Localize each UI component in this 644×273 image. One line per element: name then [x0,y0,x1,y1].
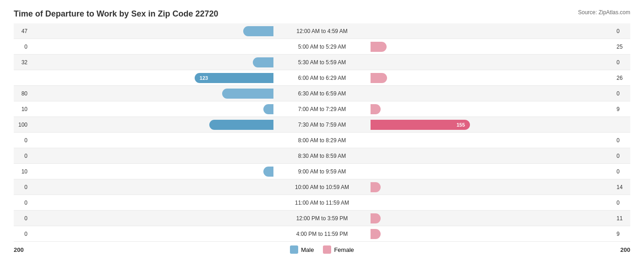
legend-female-box [323,245,331,254]
male-value-label: 0 [14,215,27,222]
female-bar-wrap [371,42,615,52]
time-label: 9:00 AM to 9:59 AM [276,168,368,175]
male-bar [222,89,273,99]
right-side: 25 [368,39,630,54]
female-bar [371,229,381,239]
male-value-label: 32 [14,59,27,66]
female-bar-wrap [371,73,615,83]
legend-male-box [290,245,298,254]
male-bar-wrap [29,104,273,114]
female-bar-wrap [371,26,615,36]
female-bar [371,104,381,114]
left-side: 0 [14,195,276,210]
right-side: 9 [368,226,630,241]
female-bar-wrap [371,182,615,192]
left-axis-label: 200 [14,246,24,253]
right-side: 0 [368,86,630,101]
female-value-label: 0 [617,153,630,159]
table-row: 10 7:00 AM to 7:29 AM 9 [14,101,630,117]
table-row: 0 5:00 AM to 5:29 AM 25 [14,39,630,55]
right-side: 155 [368,117,630,132]
right-side: 14 [368,179,630,195]
time-label: 7:30 AM to 7:59 AM [276,122,368,128]
left-side: 80 [14,86,276,101]
male-value-label: 10 [14,168,27,175]
time-label: 7:00 AM to 7:29 AM [276,106,368,112]
male-bar-wrap [29,229,273,239]
right-side: 0 [368,133,630,148]
female-bar [371,42,387,52]
female-value-label: 0 [617,28,630,34]
female-bar-wrap [371,229,615,239]
female-value-label: 0 [617,59,630,66]
bottom-area: 200 Male Female 200 [14,245,630,254]
male-bar-wrap [29,182,273,192]
female-value-label: 0 [617,168,630,175]
female-value-label: 9 [617,231,630,237]
male-bar-wrap [29,89,273,99]
male-bar-wrap [29,120,273,130]
right-axis-label: 200 [620,246,630,253]
chart-area: 47 12:00 AM to 4:59 AM 0 0 5:00 AM to 5:… [14,23,630,242]
left-side: 0 [14,179,276,195]
female-value-label: 9 [617,106,630,112]
time-label: 4:00 PM to 11:59 PM [276,231,368,237]
female-bar-wrap: 155 [371,120,615,130]
male-bar-wrap [29,151,273,161]
male-bar [263,167,273,177]
right-side: 26 [368,70,630,85]
female-bar [371,182,381,192]
table-row: 0 12:00 PM to 3:59 PM 11 [14,211,630,226]
male-value-label: 0 [14,137,27,144]
right-side: 11 [368,211,630,226]
left-side: 100 [14,117,276,132]
male-badge: 123 [197,75,210,81]
time-label: 11:00 AM to 11:59 AM [276,200,368,206]
time-label: 12:00 PM to 3:59 PM [276,215,368,222]
right-side: 0 [368,55,630,70]
male-value-label: 100 [14,122,27,128]
right-side: 0 [368,195,630,210]
table-row: 0 10:00 AM to 10:59 AM 14 [14,179,630,195]
time-label: 12:00 AM to 4:59 AM [276,28,368,34]
female-bar [371,213,381,223]
female-badge: 155 [454,122,467,128]
legend-male-label: Male [301,246,314,253]
female-bar-wrap [371,167,615,177]
legend-male: Male [290,245,314,254]
female-value-label: 26 [617,75,630,81]
male-bar [243,26,273,36]
chart-title: Time of Departure to Work by Sex in Zip … [14,9,630,19]
table-row: 0 8:00 AM to 8:29 AM 0 [14,133,630,148]
male-bar-wrap [29,167,273,177]
female-value-label: 11 [617,215,630,222]
left-side: 0 [14,226,276,241]
table-row: 100 7:30 AM to 7:59 AM 155 [14,117,630,133]
male-bar-wrap: 123 [29,73,273,83]
male-bar [209,120,273,130]
male-bar-wrap [29,26,273,36]
legend-female-label: Female [334,246,354,253]
table-row: 32 5:30 AM to 5:59 AM 0 [14,55,630,70]
male-value-label: 10 [14,106,27,112]
male-bar [253,57,273,67]
male-value-label: 80 [14,90,27,97]
time-label: 10:00 AM to 10:59 AM [276,184,368,190]
male-bar-wrap [29,213,273,223]
legend-female: Female [323,245,354,254]
female-value-label: 0 [617,90,630,97]
left-side: 32 [14,55,276,70]
right-side: 0 [368,23,630,39]
male-value-label: 0 [14,184,27,190]
female-value-label: 0 [617,200,630,206]
right-side: 9 [368,101,630,117]
female-bar-wrap [371,151,615,161]
female-value-label: 14 [617,184,630,190]
time-label: 8:30 AM to 8:59 AM [276,153,368,159]
male-bar [263,104,273,114]
left-side: 47 [14,23,276,39]
male-bar-wrap [29,135,273,145]
table-row: 10 9:00 AM to 9:59 AM 0 [14,164,630,179]
female-bar-wrap [371,135,615,145]
female-value-label: 0 [617,137,630,144]
